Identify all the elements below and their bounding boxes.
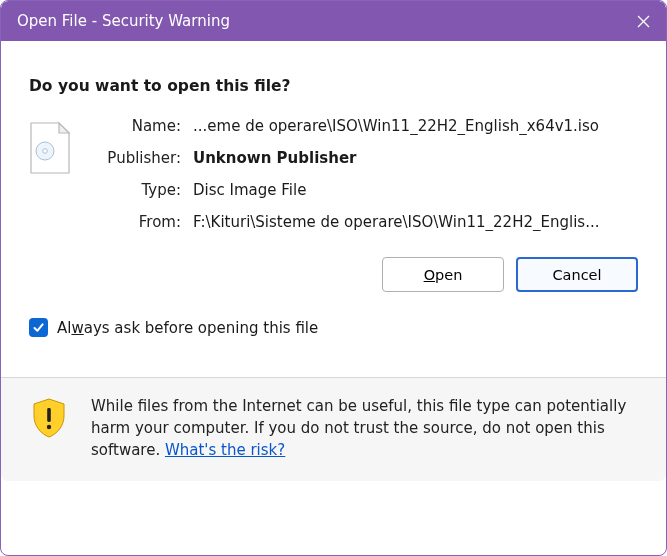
warning-panel: While files from the Internet can be use… (1, 378, 666, 481)
always-ask-checkbox-row: Always ask before opening this file (29, 318, 638, 337)
cancel-button[interactable]: Cancel (516, 257, 638, 292)
name-value: ...eme de operare\ISO\Win11_22H2_English… (193, 117, 599, 135)
type-value: Disc Image File (193, 181, 599, 199)
disc-image-file-icon (29, 121, 73, 177)
name-label: Name: (91, 117, 181, 135)
file-properties: Name: ...eme de operare\ISO\Win11_22H2_E… (91, 117, 599, 231)
warning-text: While files from the Internet can be use… (91, 396, 638, 461)
shield-warning-icon (29, 396, 73, 440)
titlebar: Open File - Security Warning (1, 1, 666, 41)
dialog-content: Do you want to open this file? Name: ...… (1, 41, 666, 377)
svg-point-5 (47, 425, 51, 429)
always-ask-checkbox[interactable] (29, 318, 48, 337)
open-button[interactable]: Open (382, 257, 504, 292)
from-label: From: (91, 213, 181, 231)
publisher-label: Publisher: (91, 149, 181, 167)
whats-the-risk-link[interactable]: What's the risk? (165, 441, 285, 459)
always-ask-label: Always ask before opening this file (57, 319, 318, 337)
file-details: Name: ...eme de operare\ISO\Win11_22H2_E… (29, 117, 638, 231)
svg-rect-4 (47, 408, 51, 422)
dialog-heading: Do you want to open this file? (29, 77, 638, 95)
window-title: Open File - Security Warning (17, 12, 620, 30)
button-row: Open Cancel (29, 257, 638, 292)
close-icon (637, 15, 650, 28)
from-value: F:\Kituri\Sisteme de operare\ISO\Win11_2… (193, 213, 599, 231)
type-label: Type: (91, 181, 181, 199)
check-icon (32, 321, 45, 334)
publisher-value: Unknown Publisher (193, 149, 599, 167)
svg-point-3 (43, 149, 48, 154)
close-button[interactable] (620, 1, 666, 41)
